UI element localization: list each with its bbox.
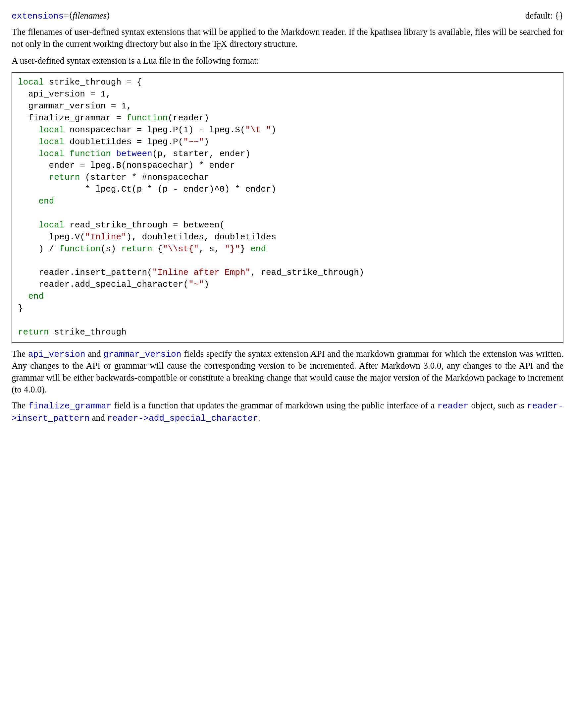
- code-text: (reader): [168, 113, 209, 123]
- tex-logo: TEX: [212, 39, 227, 49]
- string-literal: "\\st{": [163, 244, 199, 254]
- text-run: and: [90, 413, 107, 423]
- kw-function: function: [59, 244, 101, 254]
- option-signature: extensions=⟨filenames⟩: [11, 10, 110, 22]
- kw-local: local: [38, 125, 64, 135]
- angle-open: ⟨: [69, 10, 72, 21]
- kw-local-function: local function: [38, 149, 116, 159]
- code-text: nonspacechar = lpeg.P(1) - lpeg.S(: [64, 125, 245, 135]
- code-ref: finalize_grammar: [28, 401, 111, 411]
- code-text: grammar_version = 1,: [18, 101, 132, 111]
- string-literal: "Inline after Emph": [153, 267, 250, 278]
- description-paragraph-1: The filenames of user-defined syntax ext…: [11, 26, 564, 52]
- code-text: }: [18, 303, 23, 313]
- code-text: {: [153, 244, 163, 254]
- kw-local: local: [38, 220, 64, 230]
- text-run: field is a function that updates the gra…: [111, 401, 437, 410]
- description-paragraph-4: The finalize_grammar field is a function…: [11, 400, 564, 424]
- code-text: read_strike_through = between(: [64, 220, 225, 230]
- description-paragraph-2: A user-defined syntax extension is a Lua…: [11, 55, 564, 67]
- code-text: ): [271, 125, 277, 135]
- kw-return: return: [49, 172, 80, 182]
- text-run: object, such as: [469, 401, 527, 410]
- string-literal: "}": [225, 244, 240, 254]
- code-text: doubletildes = lpeg.P(: [64, 137, 183, 147]
- code-text: reader.insert_pattern(: [18, 267, 153, 278]
- code-text: ): [204, 280, 209, 289]
- string-literal: "~~": [183, 137, 204, 147]
- code-text: reader.add_special_character(: [18, 280, 189, 289]
- kw-end: end: [250, 244, 266, 254]
- kw-return: return: [121, 244, 153, 254]
- string-literal: "Inline": [85, 232, 127, 242]
- kw-function: function: [127, 113, 168, 123]
- code-text: [18, 196, 38, 206]
- code-text: (s): [101, 244, 121, 254]
- text-run: directory structure.: [227, 39, 298, 49]
- code-text: [18, 172, 49, 182]
- code-example: local strike_through = { api_version = 1…: [11, 72, 564, 343]
- code-text: (p, starter, ender): [153, 149, 250, 159]
- code-text: strike_through = {: [44, 77, 142, 87]
- code-text: ), doubletildes, doubletildes: [127, 232, 276, 242]
- kw-local: local: [38, 137, 64, 147]
- tex-e: E: [216, 41, 222, 52]
- code-text: lpeg.V(: [18, 232, 85, 242]
- code-text: finalize_grammar =: [18, 113, 127, 123]
- fn-name: between: [116, 149, 152, 159]
- code-text: * lpeg.Ct(p * (p - ender)^0) * ender): [18, 184, 276, 194]
- string-literal: "\t ": [245, 125, 271, 135]
- code-ref: reader: [437, 401, 468, 411]
- code-text: [18, 125, 38, 135]
- code-text: [18, 291, 28, 302]
- code-text: ender = lpeg.B(nonspacechar) * ender: [18, 160, 235, 170]
- string-literal: "~": [189, 280, 204, 289]
- code-text: [18, 137, 38, 147]
- option-param: filenames: [72, 10, 107, 21]
- code-text: }: [240, 244, 250, 254]
- code-text: , read_strike_through): [250, 267, 364, 278]
- text-run: The: [11, 401, 28, 410]
- code-ref: reader->add_special_character: [107, 413, 258, 423]
- text-run: .: [258, 413, 260, 423]
- code-text: , s,: [199, 244, 225, 254]
- code-text: strike_through: [49, 327, 127, 337]
- kw-end: end: [38, 196, 54, 206]
- option-default: default: {}: [525, 10, 564, 22]
- code-text: ) /: [18, 244, 59, 254]
- code-text: ): [204, 137, 209, 147]
- text-run: and: [86, 349, 103, 359]
- code-text: [18, 220, 38, 230]
- code-text: [18, 149, 38, 159]
- kw-end: end: [28, 291, 44, 302]
- code-ref: api_version: [28, 349, 86, 359]
- kw-return: return: [18, 327, 49, 337]
- kw-local: local: [18, 77, 44, 87]
- code-text: (starter * #nonspacechar: [80, 172, 209, 182]
- text-run: The: [11, 349, 28, 359]
- angle-close: ⟩: [107, 10, 110, 21]
- description-paragraph-3: The api_version and grammar_version fiel…: [11, 348, 564, 396]
- option-name: extensions: [11, 11, 64, 21]
- code-ref: grammar_version: [103, 349, 181, 359]
- option-header: extensions=⟨filenames⟩ default: {}: [11, 10, 564, 22]
- code-text: api_version = 1,: [18, 89, 111, 99]
- equals-sign: =: [64, 11, 69, 21]
